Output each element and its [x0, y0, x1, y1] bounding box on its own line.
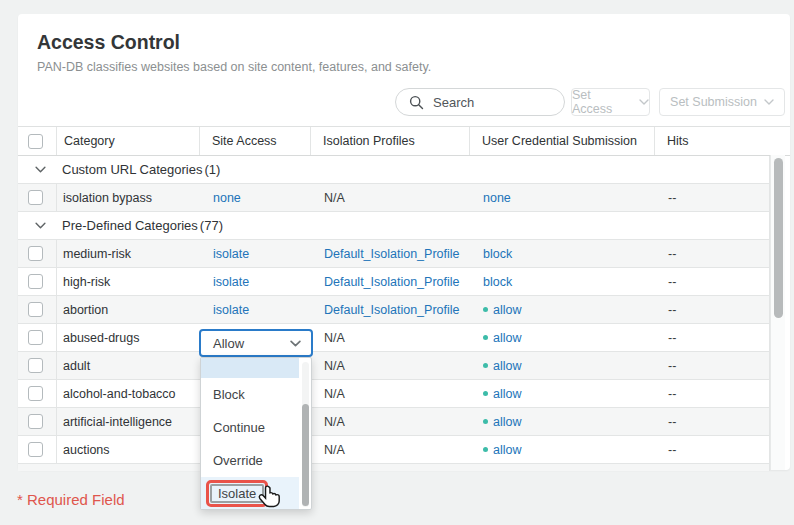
column-header-site-access: Site Access — [200, 127, 311, 155]
site-access-select[interactable]: Allow — [199, 329, 313, 357]
table-row: alcohol-and-tobaccoN/Aallow-- — [18, 380, 769, 408]
isolation-profile-cell: N/A — [311, 408, 470, 435]
dropdown-option-label: Block — [213, 387, 245, 402]
checkbox-cell — [18, 408, 57, 435]
table-row: artificial-intelligenceN/Aallow-- — [18, 408, 769, 436]
dropdown-option-block[interactable]: Block — [201, 378, 299, 411]
dropdown-option-label: Override — [213, 453, 263, 468]
checkbox-cell — [18, 296, 57, 323]
credential-value[interactable]: allow — [493, 331, 522, 345]
checkbox-cell — [18, 240, 57, 267]
chevron-down-icon[interactable] — [35, 222, 46, 229]
search-input[interactable] — [433, 95, 543, 110]
chevron-down-icon — [639, 99, 649, 105]
chevron-down-icon[interactable] — [35, 166, 46, 173]
row-checkbox[interactable] — [28, 274, 43, 289]
table-row: isolation bypassnoneN/Anone-- — [18, 184, 769, 212]
row-checkbox[interactable] — [28, 386, 43, 401]
isolation-profile-cell: N/A — [311, 436, 470, 463]
category-cell: abortion — [57, 296, 200, 323]
column-header-category: Category — [57, 127, 200, 155]
table-row: auctionsN/Aallow-- — [18, 436, 769, 464]
group-count: (77) — [200, 218, 223, 233]
row-checkbox[interactable] — [28, 330, 43, 345]
credential-value[interactable]: block — [483, 275, 512, 289]
chevron-down-icon — [290, 340, 301, 347]
isolation-profile-value[interactable]: Default_Isolation_Profile — [324, 303, 460, 317]
hits-cell: -- — [655, 324, 769, 351]
set-access-button[interactable]: Set Access — [571, 88, 650, 116]
isolation-profile-value: N/A — [324, 191, 345, 205]
isolation-profile-cell: N/A — [311, 324, 470, 351]
isolation-profile-value[interactable]: Default_Isolation_Profile — [324, 247, 460, 261]
credential-cell: allow — [470, 352, 655, 379]
hits-cell: -- — [655, 352, 769, 379]
isolation-profile-value: N/A — [324, 415, 345, 429]
focused-option-box: Isolate — [210, 484, 264, 503]
checkbox-cell — [18, 324, 57, 351]
checkbox-cell — [18, 436, 57, 463]
table-row: adultN/Aallow-- — [18, 352, 769, 380]
dropdown-scrollbar-thumb[interactable] — [302, 404, 309, 506]
category-cell: high-risk — [57, 268, 200, 295]
hits-cell: -- — [655, 240, 769, 267]
table-scrollbar-thumb[interactable] — [774, 158, 783, 318]
header-checkbox-cell — [18, 127, 57, 155]
dropdown-option-continue[interactable]: Continue — [201, 411, 299, 444]
credential-cell: none — [470, 184, 655, 211]
credential-value[interactable]: allow — [493, 303, 522, 317]
column-header-hits: Hits — [655, 127, 790, 155]
search-icon — [409, 95, 424, 110]
site-access-value[interactable]: isolate — [213, 275, 249, 289]
credential-value[interactable]: allow — [493, 359, 522, 373]
checkbox-cell — [18, 268, 57, 295]
checkbox-cell — [18, 352, 57, 379]
row-checkbox[interactable] — [28, 302, 43, 317]
credential-cell: allow — [470, 408, 655, 435]
hits-cell: -- — [655, 408, 769, 435]
credential-value[interactable]: none — [483, 191, 511, 205]
isolation-profile-cell: N/A — [311, 352, 470, 379]
isolation-profile-value: N/A — [324, 387, 345, 401]
row-checkbox[interactable] — [28, 246, 43, 261]
credential-cell: allow — [470, 436, 655, 463]
table-row: abused-drugsN/Aallow-- — [18, 324, 769, 352]
isolation-profile-value: N/A — [324, 443, 345, 457]
site-access-value[interactable]: isolate — [213, 247, 249, 261]
hits-cell: -- — [655, 436, 769, 463]
set-access-label: Set Access — [572, 88, 632, 116]
site-access-cell: isolate — [200, 296, 311, 323]
select-all-checkbox[interactable] — [28, 134, 43, 149]
chevron-down-icon — [764, 99, 774, 105]
row-checkbox[interactable] — [28, 190, 43, 205]
dropdown-option-override[interactable]: Override — [201, 444, 299, 477]
allow-dot-icon — [483, 335, 488, 340]
credential-cell: allow — [470, 380, 655, 407]
row-checkbox[interactable] — [28, 358, 43, 373]
dropdown-option-isolate[interactable]: Isolate — [201, 477, 299, 509]
credential-value[interactable]: allow — [493, 387, 522, 401]
category-cell: isolation bypass — [57, 184, 200, 211]
site-access-value[interactable]: isolate — [213, 303, 249, 317]
hits-cell: -- — [655, 380, 769, 407]
credential-value[interactable]: allow — [493, 415, 522, 429]
credential-cell: allow — [470, 296, 655, 323]
allow-dot-icon — [483, 419, 488, 424]
credential-cell: block — [470, 240, 655, 267]
allow-dot-icon — [483, 363, 488, 368]
dropdown-option-allow[interactable]: Allow — [201, 358, 299, 378]
row-checkbox[interactable] — [28, 442, 43, 457]
set-submission-button[interactable]: Set Submission — [659, 88, 785, 116]
hits-cell: -- — [655, 268, 769, 295]
category-cell: artificial-intelligence — [57, 408, 200, 435]
isolation-profile-value: N/A — [324, 359, 345, 373]
required-field-note: * Required Field — [17, 491, 125, 508]
annotation-red-box: Isolate — [206, 480, 268, 507]
site-access-cell: isolate — [200, 268, 311, 295]
isolation-profile-cell: Default_Isolation_Profile — [311, 268, 470, 295]
site-access-value[interactable]: none — [213, 191, 241, 205]
credential-value[interactable]: allow — [493, 443, 522, 457]
credential-value[interactable]: block — [483, 247, 512, 261]
isolation-profile-value[interactable]: Default_Isolation_Profile — [324, 275, 460, 289]
row-checkbox[interactable] — [28, 414, 43, 429]
